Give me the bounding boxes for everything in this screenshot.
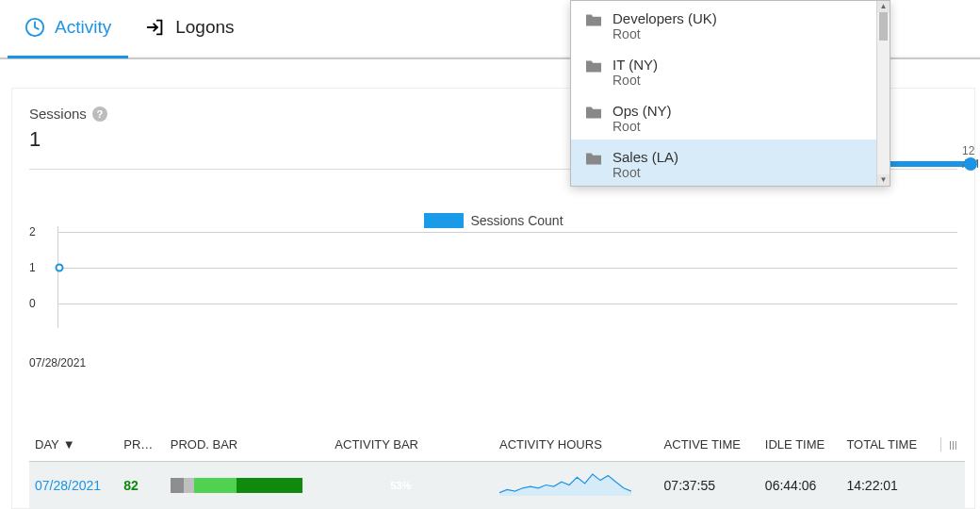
cell-acthours (494, 462, 659, 509)
scroll-down-arrow[interactable]: ▼ (877, 174, 890, 186)
dropdown-item-title: Developers (UK) (612, 10, 717, 26)
scroll-up-arrow[interactable]: ▲ (877, 1, 890, 12)
gridline (57, 304, 957, 304)
scroll-grip[interactable] (879, 12, 888, 41)
col-prodbar[interactable]: PROD. BAR (165, 428, 330, 462)
tab-label: Logons (175, 17, 234, 38)
folder-icon (584, 103, 603, 123)
folder-icon (584, 149, 603, 169)
group-dropdown[interactable]: Developers (UK)RootIT (NY)RootOps (NY)Ro… (570, 0, 890, 187)
chart-legend: Sessions Count (423, 213, 563, 228)
help-icon[interactable]: ? (92, 107, 107, 122)
col-total[interactable]: TOTAL TIME (841, 428, 935, 462)
cell-actbar: 53% (329, 462, 494, 509)
sessions-chart: Sessions Count 2 1 0 07/28/2021 (29, 226, 957, 349)
cell-day[interactable]: 07/28/2021 (29, 462, 118, 509)
sessions-table: DAY▼ PR… PROD. BAR ACTIVITY BAR ACTIVITY… (29, 428, 965, 508)
y-tick: 1 (29, 261, 36, 274)
cell-prodbar (165, 462, 330, 509)
dropdown-item-sub: Root (612, 165, 678, 180)
dropdown-item-sub: Root (612, 26, 717, 41)
dropdown-item-sub: Root (612, 73, 658, 88)
col-pr[interactable]: PR… (118, 428, 164, 462)
tab-logons[interactable]: Logons (128, 0, 251, 58)
activity-bar: 53% (335, 478, 466, 493)
cell-pr: 82 (118, 462, 164, 509)
legend-swatch (423, 213, 463, 228)
column-picker[interactable]: ⫼ (935, 428, 965, 462)
sessions-label: Sessions (29, 106, 87, 122)
sort-desc-icon: ▼ (63, 437, 75, 452)
dropdown-item-title: Ops (NY) (612, 103, 672, 119)
cell-idle: 06:44:06 (760, 462, 841, 509)
sparkline (499, 471, 631, 496)
y-tick: 2 (29, 225, 36, 238)
dropdown-item-title: IT (NY) (612, 57, 658, 73)
dropdown-item-title: Sales (LA) (612, 149, 678, 165)
x-tick: 07/28/2021 (29, 356, 86, 369)
prod-bar (171, 478, 302, 493)
dropdown-item-sub: Root (612, 119, 672, 134)
activity-bar-label: 53% (335, 480, 466, 491)
col-day[interactable]: DAY▼ (29, 428, 118, 462)
data-point[interactable] (56, 264, 64, 272)
dropdown-item[interactable]: Sales (LA)Root (571, 140, 876, 186)
gridline (57, 232, 957, 233)
login-icon (145, 17, 166, 38)
dropdown-item[interactable]: Developers (UK)Root (571, 1, 876, 47)
legend-label: Sessions Count (470, 213, 563, 228)
col-active[interactable]: ACTIVE TIME (659, 428, 760, 462)
dropdown-item[interactable]: IT (NY)Root (571, 47, 876, 93)
dropdown-scrollbar[interactable]: ▲ ▼ (876, 1, 890, 186)
tab-activity[interactable]: Activity (8, 0, 128, 58)
y-axis (57, 226, 58, 328)
dropdown-item[interactable]: Ops (NY)Root (571, 93, 876, 140)
tab-label: Activity (55, 17, 111, 38)
table-row[interactable]: 07/28/2021 82 53% (29, 462, 965, 509)
folder-icon (584, 57, 603, 76)
gridline (57, 268, 957, 269)
folder-icon (584, 10, 603, 30)
y-tick: 0 (29, 297, 36, 310)
cell-total: 14:22:01 (841, 462, 935, 509)
col-idle[interactable]: IDLE TIME (760, 428, 841, 462)
col-actbar[interactable]: ACTIVITY BAR (329, 428, 494, 462)
activity-icon (24, 17, 45, 38)
column-picker-icon: ⫼ (940, 437, 959, 452)
slider-thumb-end[interactable] (964, 157, 977, 171)
cell-active: 07:37:55 (659, 462, 760, 509)
col-acthours[interactable]: ACTIVITY HOURS (494, 428, 659, 462)
